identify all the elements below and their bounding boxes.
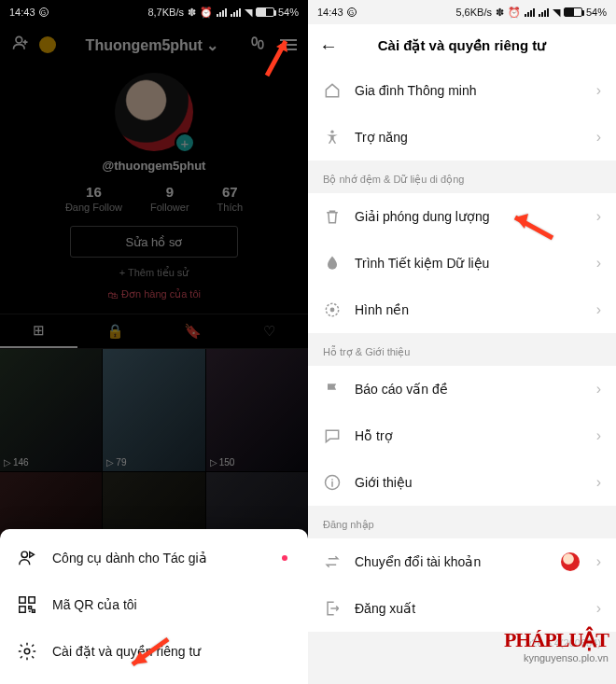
tab-saved[interactable]: 🔖 <box>154 314 231 348</box>
sheet-qr[interactable]: Mã QR của tôi <box>0 581 308 628</box>
chevron-right-icon: › <box>596 255 601 272</box>
status-time: 14:43 <box>9 7 35 18</box>
wifi-icon: ◥ <box>553 7 560 19</box>
status-bar: 14:43 G 5,6KB/s ✽ ⏰ ◥ 54% <box>308 0 616 24</box>
svg-point-7 <box>24 649 30 654</box>
chevron-right-icon: › <box>596 301 601 318</box>
status-bar: 14:43 G 8,7KB/s ✽ ⏰ ◥ 54% <box>0 0 308 24</box>
switch-icon <box>323 552 342 571</box>
row-free-space[interactable]: Giải phóng dung lượng › <box>308 193 616 240</box>
flag-icon <box>323 380 342 398</box>
row-accessibility[interactable]: Trợ năng › <box>308 114 616 161</box>
signal-icon <box>525 8 535 17</box>
bottom-sheet: Công cụ dành cho Tác giả Mã QR của tôi C… <box>0 529 308 684</box>
trash-icon <box>323 207 342 226</box>
alarm-icon: ⏰ <box>508 7 521 19</box>
profile-screen: 14:43 G 8,7KB/s ✽ ⏰ ◥ 54% <box>0 0 308 684</box>
bluetooth-icon: ✽ <box>496 7 504 19</box>
stat-followers[interactable]: 9Follower <box>150 184 189 213</box>
bluetooth-icon: ✽ <box>188 7 196 19</box>
row-support[interactable]: Hỗ trợ › <box>308 412 616 459</box>
tab-grid[interactable]: ⊞ <box>0 314 77 348</box>
row-data-saver[interactable]: Trình Tiết kiệm Dữ liệu › <box>308 240 616 286</box>
avatar[interactable]: + <box>115 73 193 151</box>
back-button[interactable]: ← <box>319 35 343 57</box>
sheet-label: Cài đặt và quyền riêng tư <box>52 644 201 659</box>
row-logout[interactable]: Đăng xuất › <box>308 585 616 632</box>
signal-icon <box>231 8 241 17</box>
footprint-icon[interactable] <box>248 34 267 57</box>
status-g-icon: G <box>39 7 49 17</box>
row-family[interactable]: Gia đình Thông minh › <box>308 67 616 114</box>
section-header: Hỗ trợ & Giới thiệu <box>308 333 616 366</box>
wallpaper-icon <box>323 300 342 319</box>
svg-point-1 <box>252 37 257 45</box>
row-wallpaper[interactable]: Hình nền › <box>308 286 616 333</box>
row-switch-account[interactable]: Chuyển đổi tài khoản › <box>308 538 616 585</box>
status-speed: 5,6KB/s <box>455 7 492 18</box>
play-icon: ▷ <box>106 457 114 468</box>
author-icon <box>17 548 37 568</box>
svg-point-10 <box>330 131 333 133</box>
svg-point-2 <box>259 40 263 48</box>
page-title: Cài đặt và quyền riêng tư <box>343 37 581 54</box>
video-item[interactable]: ▷79 <box>103 349 204 471</box>
edit-profile-button[interactable]: Sửa hồ sơ <box>70 226 238 258</box>
row-report[interactable]: Báo cáo vấn đề › <box>308 366 616 412</box>
chevron-right-icon: › <box>596 129 601 146</box>
home-icon <box>323 81 342 100</box>
sheet-label: Công cụ dành cho Tác giả <box>52 551 207 565</box>
add-account-icon[interactable] <box>11 34 30 57</box>
alarm-icon: ⏰ <box>200 7 213 19</box>
battery-icon <box>564 7 582 17</box>
sheet-settings[interactable]: Cài đặt và quyền riêng tư <box>0 628 308 675</box>
settings-screen: 14:43 G 5,6KB/s ✽ ⏰ ◥ 54% ← Cài đặt và q… <box>308 0 616 684</box>
bag-icon: 🛍 <box>107 289 118 300</box>
mini-avatar <box>561 552 580 571</box>
svg-rect-4 <box>20 597 25 603</box>
chevron-right-icon: › <box>596 381 601 398</box>
battery-pct: 54% <box>586 7 607 18</box>
chevron-right-icon: › <box>596 474 601 491</box>
battery-icon <box>256 7 274 17</box>
svg-point-12 <box>330 308 333 311</box>
data-icon <box>323 254 342 272</box>
profile-name[interactable]: Thuongem5phut ⌄ <box>86 36 219 54</box>
qr-icon <box>17 594 37 615</box>
orders-link[interactable]: 🛍Đơn hàng của tôi <box>0 288 308 300</box>
play-icon: ▷ <box>210 457 217 468</box>
chevron-right-icon: › <box>596 427 601 444</box>
stat-likes[interactable]: 67Thích <box>217 184 244 213</box>
svg-point-0 <box>16 36 22 43</box>
info-icon <box>323 473 342 492</box>
sheet-label: Mã QR của tôi <box>52 597 137 612</box>
svg-point-3 <box>21 551 27 557</box>
section-header: Đăng nhập <box>308 506 616 538</box>
logout-icon <box>323 599 342 618</box>
video-item[interactable]: ▷150 <box>206 349 308 471</box>
status-speed: 8,7KB/s <box>147 7 184 18</box>
notification-dot-icon <box>282 555 287 561</box>
row-about[interactable]: Giới thiệu › <box>308 459 616 506</box>
stat-following[interactable]: 16Đang Follow <box>65 184 122 213</box>
tab-liked[interactable]: ♡ <box>231 314 309 348</box>
coin-icon[interactable] <box>39 36 56 53</box>
battery-pct: 54% <box>278 7 299 18</box>
tab-locked[interactable]: 🔒 <box>77 314 155 348</box>
gear-icon <box>17 641 37 662</box>
status-g-icon: G <box>347 7 357 17</box>
signal-icon <box>217 8 227 17</box>
avatar-add-icon[interactable]: + <box>175 133 195 153</box>
svg-rect-6 <box>20 607 25 612</box>
accessibility-icon <box>323 128 342 147</box>
settings-header: ← Cài đặt và quyền riêng tư <box>308 24 616 67</box>
chevron-right-icon: › <box>596 208 601 225</box>
video-item[interactable]: ▷146 <box>0 349 102 471</box>
add-bio-button[interactable]: + Thêm tiểu sử <box>0 267 308 279</box>
wifi-icon: ◥ <box>245 7 252 19</box>
svg-rect-5 <box>29 597 35 603</box>
sheet-author-tools[interactable]: Công cụ dành cho Tác giả <box>0 535 308 581</box>
chevron-right-icon: › <box>596 600 601 617</box>
hamburger-menu-icon[interactable] <box>280 39 297 50</box>
signal-icon <box>539 8 549 17</box>
